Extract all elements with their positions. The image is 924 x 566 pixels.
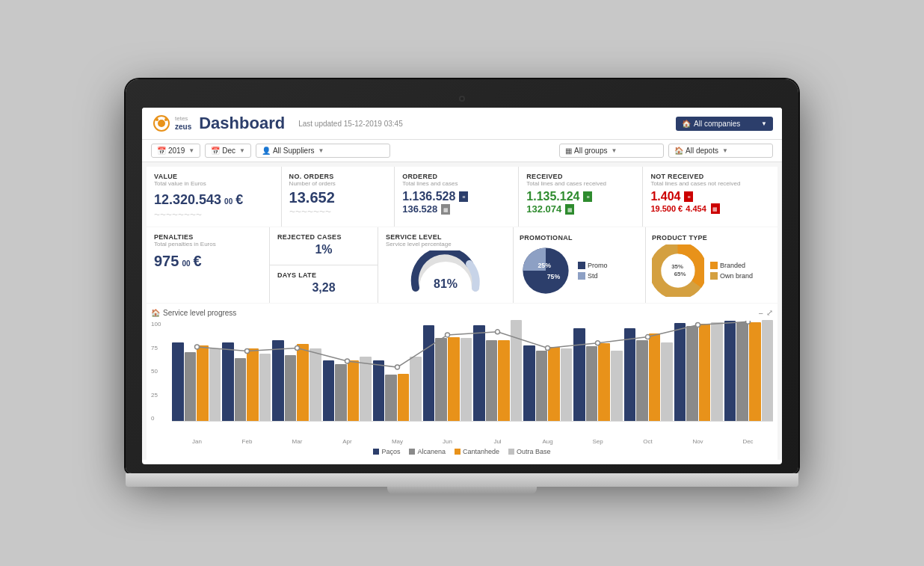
bar [423,325,435,421]
legend-pacos: Paços [373,448,400,455]
received-lines: 1.135.124 ≡ [526,190,635,203]
bar [661,342,673,421]
bar [498,340,510,421]
rejected-days-col: REJECTED CASES 1% DAYS LATE 3,28 [270,227,378,303]
x-label-jan: Jan [172,438,222,445]
chart-title-bar: 🏠 Service level progress − ⤢ [151,308,773,318]
own-brand-color [710,272,718,280]
chart-expand[interactable]: ⤢ [766,308,773,318]
supplier-filter[interactable]: 👤 All Suppliers ▼ [256,144,390,158]
x-label-jul: Jul [472,438,523,445]
month-group-jul [473,321,522,421]
home-icon: 🏠 [682,120,691,128]
bar [736,322,748,421]
bars-container [172,321,773,422]
kpi-row-1: VALUE Total value in Euros 12.320.543 00… [147,167,777,227]
bar [410,357,422,421]
header: tetes zeus Dashboard Last updated 15-12-… [142,108,782,140]
promo-pie: 25% 75% [520,244,572,297]
bar [348,360,360,421]
bar [222,342,234,421]
month-filter[interactable]: 📅 Dec ▼ [205,144,251,158]
ordered-lines-icon: ≡ [459,191,468,202]
month-arrow: ▼ [239,147,245,154]
bar [247,348,259,421]
product-legend: Branded Own brand [710,262,753,280]
bar [573,328,585,421]
kpi-not-received-card: NOT RECEIVED Total lines and cases not r… [643,167,777,227]
chart-minimize[interactable]: − [759,308,763,318]
gauge-value: 81% [434,277,458,291]
group-filter[interactable]: ▦ All groups ▼ [559,144,664,158]
x-label-dec: Dec [723,438,773,445]
bar [649,333,661,421]
laptop-base [126,473,798,487]
bar [259,354,271,421]
month-group-jun [423,321,472,421]
orders-wave: 〜〜〜〜〜〜〜 [289,208,387,216]
x-label-apr: Apr [322,438,372,445]
bar [323,360,335,421]
outra-dot [508,449,514,455]
kpi-product-type-card: PRODUCT TYPE 35% 65% [646,227,777,303]
bar [435,338,447,421]
calendar-icon-2: 📅 [211,147,220,155]
bar [486,340,498,421]
bar [686,326,698,421]
bar [636,340,648,421]
std-color [578,272,585,280]
group-icon: ▦ [565,147,572,155]
bar [272,340,284,421]
kpi-value-card: VALUE Total value in Euros 12.320.543 00… [147,167,281,227]
kpi-received-card: RECEIVED Total lines and cases received … [519,167,642,227]
bar [335,364,347,421]
kpi-days-late-card: DAYS LATE 3,28 [270,265,378,303]
x-label-sep: Sep [573,438,623,445]
year-arrow: ▼ [188,147,194,154]
bar [536,351,548,422]
bar [511,320,523,421]
bar [611,351,623,422]
bar [297,344,309,421]
promo-chart-area: 25% 75% Promo [520,244,639,297]
svg-point-3 [164,118,167,121]
legend-alcanena: Alcanena [409,448,446,455]
svg-text:65%: 65% [674,271,686,277]
x-label-feb: Feb [222,438,272,445]
dropdown-arrow: ▼ [761,120,767,127]
ordered-cases-icon: ▦ [441,204,450,215]
cantanhede-dot [455,449,461,455]
calendar-icon: 📅 [157,147,166,155]
year-filter[interactable]: 📅 2019 ▼ [151,144,200,158]
laptop-camera [459,96,465,102]
chart-section: 🏠 Service level progress − ⤢ 100 75 [147,304,777,460]
month-group-nov [674,321,723,421]
branded-color [710,262,718,269]
bar [373,360,385,421]
product-donut: 35% 65% [652,244,704,297]
bar [197,345,209,421]
month-group-feb [222,321,271,421]
chart-title: 🏠 Service level progress [151,309,236,317]
received-cases-icon: ▦ [565,204,574,215]
company-dropdown[interactable]: 🏠 All companies ▼ [676,117,773,131]
bar [724,321,736,421]
bar [598,343,610,421]
depot-filter[interactable]: 🏠 All depots ▼ [668,144,773,158]
promo-legend-promo: Promo [578,262,608,269]
laptop-screen: tetes zeus Dashboard Last updated 15-12-… [142,108,782,464]
legend-outra: Outra Base [508,448,551,455]
month-group-oct [624,321,673,421]
kpi-row-2: PENALTIES Total penalties in Euros 975 0… [147,227,777,303]
y-axis: 100 75 50 25 0 [151,321,161,422]
person-icon: 👤 [262,147,271,155]
bar [548,347,560,421]
bar [749,322,761,421]
x-label-aug: Aug [523,438,573,445]
month-group-may [373,321,422,421]
kpi-promotional-card: PROMOTIONAL 25% 75% [514,227,645,303]
depot-icon: 🏠 [674,147,683,155]
bar [398,374,410,421]
bar [624,328,636,421]
dashboard: tetes zeus Dashboard Last updated 15-12-… [142,108,782,460]
